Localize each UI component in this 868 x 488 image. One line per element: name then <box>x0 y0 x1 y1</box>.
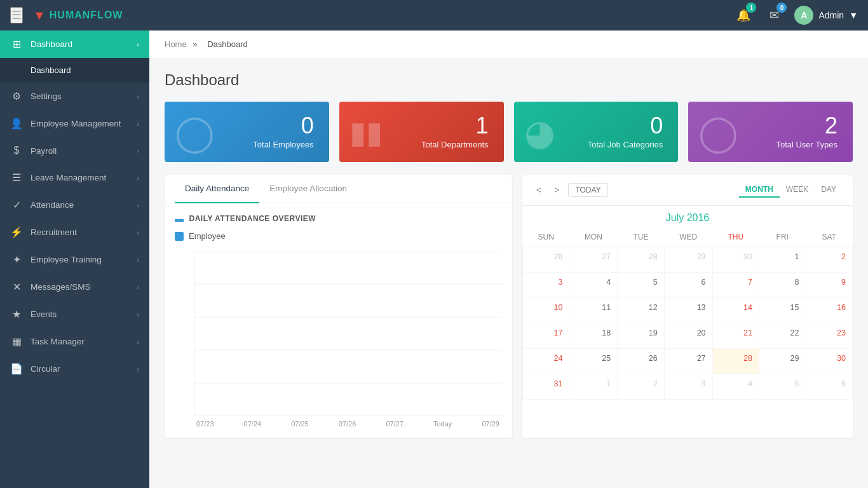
admin-avatar: A <box>794 6 813 25</box>
breadcrumb: Home » Dashboard <box>149 30 868 58</box>
page-content: Dashboard ◯ 0 Total Employees ▮▮ 1 Total… <box>149 58 868 451</box>
cal-cell[interactable]: 13 <box>664 298 712 323</box>
recruitment-icon: ⚡ <box>10 226 23 238</box>
sidebar-item-employee-training[interactable]: ✦ Employee Training › <box>0 246 149 273</box>
cal-cell[interactable]: 8 <box>759 273 806 298</box>
cal-cell[interactable]: 12 <box>618 298 664 323</box>
cal-cell[interactable]: 23 <box>806 323 853 349</box>
calendar-week-view-button[interactable]: WEEK <box>780 182 815 198</box>
stat-label-job-categories: Total Job Categories <box>588 140 663 149</box>
cal-cell[interactable]: 19 <box>618 323 664 349</box>
cal-cell[interactable]: 4 <box>569 273 618 298</box>
calendar-grid: SUN MON TUE WED THU FRI SAT <box>522 227 853 400</box>
hamburger-menu[interactable]: ☰ <box>10 7 23 24</box>
messages-button[interactable]: ✉ 0 <box>764 5 784 25</box>
leave-management-icon: ☰ <box>10 172 23 184</box>
cal-cell[interactable]: 7 <box>712 273 759 298</box>
day-header-wed: WED <box>664 227 712 247</box>
cal-cell[interactable]: 31 <box>523 374 569 400</box>
cal-cell[interactable]: 25 <box>569 349 618 374</box>
chart-label-5: 07/27 <box>386 420 403 428</box>
cal-cell[interactable]: 10 <box>523 298 569 323</box>
cal-cell[interactable]: 29 <box>759 349 806 374</box>
cal-cell[interactable]: 1 <box>569 374 618 400</box>
cal-cell-today[interactable]: 28 <box>712 349 759 374</box>
sidebar-item-attendance[interactable]: ✓ Attendance › <box>0 191 149 219</box>
cal-cell[interactable]: 30 <box>806 349 853 374</box>
calendar-day-view-button[interactable]: DAY <box>815 182 843 198</box>
day-header-tue: TUE <box>618 227 664 247</box>
bar-chart <box>194 251 502 416</box>
chart-legend: Employee <box>175 231 502 241</box>
sidebar-item-employee-management[interactable]: 👤 Employee Management › <box>0 110 149 137</box>
cal-cell[interactable]: 29 <box>664 247 712 273</box>
breadcrumb-separator: » <box>193 39 200 49</box>
cal-cell[interactable]: 18 <box>569 323 618 349</box>
topnav-right: 🔔 1 ✉ 0 A Admin ▼ <box>733 5 858 25</box>
sidebar-item-circular[interactable]: 📄 Circular › <box>0 355 149 383</box>
cal-cell[interactable]: 27 <box>664 349 712 374</box>
chart-area: ▬ DAILY ATTENDANCE OVERVIEW Employee <box>165 203 512 438</box>
cal-cell[interactable]: 26 <box>523 247 569 273</box>
calendar-week-4: 17 18 19 20 21 22 23 <box>523 323 853 349</box>
sidebar-item-task-manager[interactable]: ▦ Task Manager › <box>0 328 149 355</box>
cal-cell[interactable]: 6 <box>664 273 712 298</box>
breadcrumb-home[interactable]: Home <box>165 39 187 49</box>
sidebar-item-dashboard[interactable]: ⊞ Dashboard ‹ <box>0 30 149 58</box>
cal-cell[interactable]: 22 <box>759 323 806 349</box>
cal-cell[interactable]: 5 <box>759 374 806 400</box>
cal-cell[interactable]: 6 <box>806 374 853 400</box>
cal-cell[interactable]: 4 <box>712 374 759 400</box>
cal-cell[interactable]: 14 <box>712 298 759 323</box>
cal-cell[interactable]: 15 <box>759 298 806 323</box>
settings-chevron-icon: › <box>137 93 139 100</box>
cal-cell[interactable]: 1 <box>759 247 806 273</box>
calendar-month-view-button[interactable]: MONTH <box>739 182 780 198</box>
sidebar-item-messages-sms[interactable]: ✕ Messages/SMS › <box>0 273 149 301</box>
stat-bg-user-icon: ◯ <box>698 111 738 152</box>
sidebar-item-settings[interactable]: ⚙ Settings › <box>0 83 149 110</box>
cal-cell[interactable]: 28 <box>618 247 664 273</box>
cal-cell[interactable]: 2 <box>806 247 853 273</box>
cal-cell[interactable]: 3 <box>523 273 569 298</box>
legend-label: Employee <box>189 231 226 241</box>
cal-cell[interactable]: 27 <box>569 247 618 273</box>
tab-daily-attendance[interactable]: Daily Attendance <box>175 175 259 203</box>
calendar-today-button[interactable]: TODAY <box>568 183 607 197</box>
stat-bg-departments-icon: ▮▮ <box>349 114 383 150</box>
tab-employee-allocation[interactable]: Employee Allocation <box>259 175 357 203</box>
chart-labels: 07/23 07/24 07/25 07/26 07/27 Today 07/2… <box>194 416 502 428</box>
cal-cell[interactable]: 2 <box>618 374 664 400</box>
chart-title: ▬ DAILY ATTENDANCE OVERVIEW <box>175 214 502 224</box>
chart-title-text: DAILY ATTENDANCE OVERVIEW <box>189 214 316 223</box>
admin-menu-button[interactable]: A Admin ▼ <box>794 6 858 25</box>
cal-cell[interactable]: 24 <box>523 349 569 374</box>
notifications-button[interactable]: 🔔 1 <box>733 5 754 25</box>
cal-cell[interactable]: 11 <box>569 298 618 323</box>
sidebar-item-events[interactable]: ★ Events › <box>0 301 149 328</box>
cal-cell[interactable]: 16 <box>806 298 853 323</box>
logo-text: HUMANFLOW <box>50 10 123 21</box>
cal-cell[interactable]: 21 <box>712 323 759 349</box>
attendance-icon: ✓ <box>10 199 23 211</box>
recruitment-chevron-icon: › <box>137 229 139 236</box>
calendar-next-button[interactable]: > <box>550 184 563 196</box>
dashboard-chevron-icon: ‹ <box>137 41 139 48</box>
chart-label-7: 07/29 <box>482 420 499 428</box>
cal-cell[interactable]: 20 <box>664 323 712 349</box>
calendar-week-6: 31 1 2 3 4 5 6 <box>523 374 853 400</box>
calendar-view-buttons: MONTH WEEK DAY <box>739 182 843 198</box>
cal-cell[interactable]: 17 <box>523 323 569 349</box>
dashboard-icon: ⊞ <box>10 38 23 50</box>
cal-cell[interactable]: 26 <box>618 349 664 374</box>
sidebar-item-leave-management[interactable]: ☰ Leave Management › <box>0 164 149 191</box>
cal-cell[interactable]: 3 <box>664 374 712 400</box>
cal-cell[interactable]: 30 <box>712 247 759 273</box>
calendar-day-headers: SUN MON TUE WED THU FRI SAT <box>523 227 853 247</box>
sidebar-submenu-dashboard[interactable]: Dashboard <box>0 58 149 83</box>
cal-cell[interactable]: 5 <box>618 273 664 298</box>
cal-cell[interactable]: 9 <box>806 273 853 298</box>
calendar-prev-button[interactable]: < <box>532 184 545 196</box>
sidebar-item-recruitment[interactable]: ⚡ Recruitment › <box>0 219 149 246</box>
sidebar-item-payroll[interactable]: $ Payroll › <box>0 137 149 164</box>
